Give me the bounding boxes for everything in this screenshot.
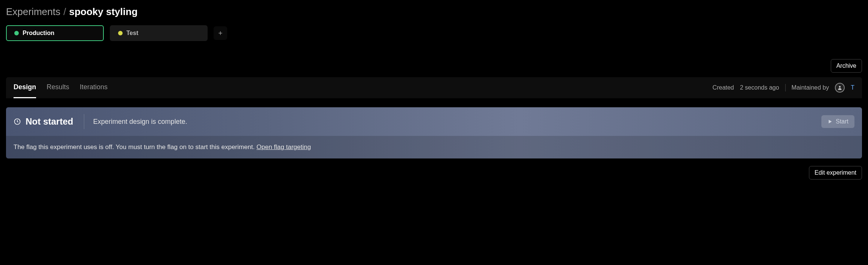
archive-button[interactable]: Archive [831, 59, 862, 73]
clock-icon [14, 118, 21, 125]
status-dot-icon [118, 31, 123, 35]
status-title: Not started [26, 116, 73, 127]
status-divider [84, 114, 84, 129]
created-time: 2 seconds ago [740, 84, 779, 91]
tab-design[interactable]: Design [14, 77, 36, 98]
play-icon [827, 119, 833, 124]
env-tab-production[interactable]: Production [6, 25, 104, 41]
env-tab-label: Test [126, 30, 138, 37]
status-body: The flag this experiment uses is off. Yo… [6, 136, 862, 158]
status-message: Experiment design is complete. [93, 118, 822, 126]
meta-separator [785, 84, 786, 91]
breadcrumb: Experiments / spooky styling [6, 6, 862, 18]
add-environment-button[interactable] [214, 26, 227, 40]
env-tab-test[interactable]: Test [110, 25, 208, 41]
breadcrumb-current: spooky styling [69, 6, 138, 18]
maintained-by-label: Maintained by [792, 84, 829, 91]
environment-tabs: Production Test [6, 25, 862, 41]
status-body-text: The flag this experiment uses is off. Yo… [14, 143, 256, 151]
maintainer-avatar[interactable] [835, 83, 845, 93]
start-label: Start [836, 118, 848, 125]
tab-iterations[interactable]: Iterations [80, 77, 108, 98]
open-flag-targeting-link[interactable]: Open flag targeting [256, 143, 311, 151]
edit-experiment-button[interactable]: Edit experiment [809, 166, 862, 180]
env-tab-label: Production [23, 30, 54, 37]
status-dot-icon [14, 31, 19, 35]
user-icon [837, 85, 842, 90]
svg-point-2 [839, 86, 841, 88]
created-label: Created [713, 84, 734, 91]
maintainer-name[interactable]: T [851, 84, 854, 91]
plus-icon [217, 30, 223, 36]
breadcrumb-root[interactable]: Experiments [6, 6, 61, 18]
breadcrumb-separator: / [64, 6, 66, 18]
start-button[interactable]: Start [821, 115, 854, 128]
tab-results[interactable]: Results [47, 77, 69, 98]
tab-bar: Design Results Iterations Created 2 seco… [6, 77, 862, 98]
status-panel: Not started Experiment design is complet… [6, 107, 862, 158]
